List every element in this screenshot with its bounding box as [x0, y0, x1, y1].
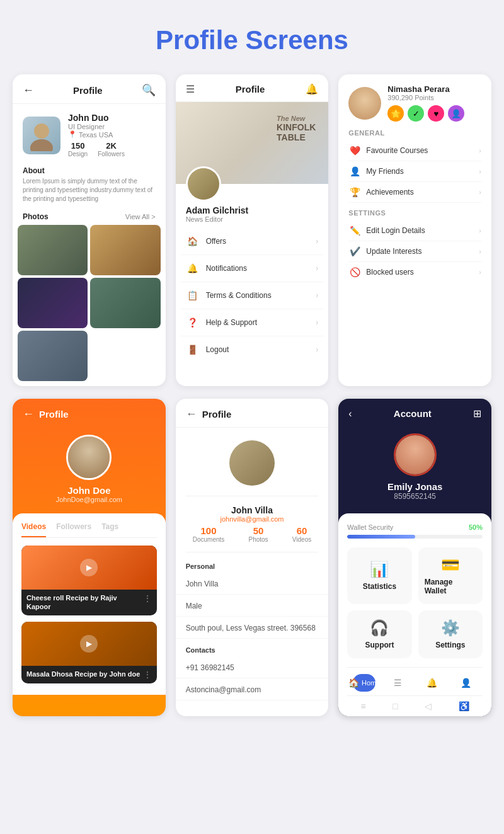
user-name: Adam Gilchrist: [186, 205, 319, 215]
general-section-title: GENERAL: [348, 129, 481, 137]
grid-icon[interactable]: ⊞: [473, 408, 481, 420]
video-card-1: ▶ Cheese roll Recipe by Rajiv Kapoor ⋮: [21, 546, 157, 615]
grid-manage-wallet[interactable]: 💳 Manage Wallet: [418, 547, 483, 604]
menu-item-help[interactable]: ❓ Help & Support ›: [181, 309, 324, 336]
bell-icon[interactable]: 🔔: [306, 83, 318, 95]
settings-item-favourites[interactable]: ❤️ Favourite Courses ›: [348, 140, 481, 161]
chevron-icon: ›: [316, 318, 318, 327]
avatar-fill: [188, 168, 219, 200]
page-title: Profile Screens: [13, 25, 491, 55]
card-profile-form: ← Profile John Villa johnvilla@gmail.com…: [176, 399, 329, 716]
terms-icon: 📋: [186, 288, 200, 302]
photos-title: Photos: [23, 212, 49, 221]
bottom-row: ← Profile John Doe JohnDoe@gmail.com Vid…: [0, 399, 504, 729]
svg-point-1: [30, 139, 53, 151]
nav-home[interactable]: 🏠 Home: [353, 674, 375, 692]
grid-settings[interactable]: ⚙️ Settings: [418, 610, 483, 658]
settings-item-friends[interactable]: 👤 My Friends ›: [348, 161, 481, 182]
bottom-square-icon[interactable]: □: [392, 701, 398, 711]
photo-2: [90, 225, 160, 275]
wallet-progress-bar: [347, 535, 483, 539]
svg-point-0: [34, 123, 49, 139]
card-profile-menu: ☰ Profile 🔔 The New KINFOLK TABLE Adam G…: [176, 74, 329, 386]
nav-bell[interactable]: 🔔: [420, 674, 443, 692]
bottom-accessibility-icon[interactable]: ♿: [459, 701, 469, 711]
card6-title: Account: [394, 408, 432, 419]
card5-header: ← Profile: [176, 399, 329, 428]
chevron-icon: ›: [316, 291, 318, 300]
settings-icon: ⚙️: [441, 619, 460, 637]
back-icon[interactable]: ←: [23, 408, 34, 421]
tab-followers[interactable]: Followers: [56, 522, 91, 537]
card5-avatar-section: [176, 428, 329, 496]
user-location: 📍 Texas USA: [68, 130, 125, 139]
card1-about: About Lorem Ipsum is simply dummy text o…: [13, 164, 166, 208]
friends-icon: 👤: [348, 166, 361, 176]
card2-avatar: [186, 166, 221, 202]
settings-item-interests[interactable]: ✔️ Update Interests ›: [348, 241, 481, 262]
settings-item-blocked[interactable]: 🚫 Blocked users ›: [348, 262, 481, 282]
back-icon[interactable]: ←: [186, 408, 197, 421]
menu-item-notifications[interactable]: 🔔 Notifications ›: [181, 255, 324, 282]
video-thumbnail-2: ▶: [21, 622, 157, 666]
tab-tags[interactable]: Tags: [101, 522, 118, 537]
play-button-1[interactable]: ▶: [80, 559, 98, 576]
cover-text: The New KINFOLK TABLE: [277, 115, 316, 142]
video-title-1: Cheese roll Recipe by Rajiv Kapoor: [26, 593, 143, 612]
top-row: ← Profile 🔍 John Duo UI Designer 📍: [0, 74, 504, 399]
settings-item-login[interactable]: ✏️ Edit Login Details ›: [348, 220, 481, 241]
badge-pink: ♥: [428, 105, 444, 122]
more-options-icon[interactable]: ⋮: [143, 593, 152, 603]
card-account-dark: ‹ Account ⊞ Emily Jonas 8595652145 Walle…: [338, 399, 491, 716]
bottom-back-icon[interactable]: ◁: [425, 701, 432, 711]
manage-wallet-label: Manage Wallet: [425, 578, 476, 595]
stat-documents: 100 Documents: [193, 525, 225, 543]
card6-user-name: Emily Jonas: [387, 481, 443, 492]
card6-avatar-section: Emily Jonas 8595652145: [338, 427, 491, 513]
hamburger-icon[interactable]: ☰: [186, 83, 195, 95]
nav-user[interactable]: 👤: [454, 674, 477, 692]
view-all-link[interactable]: View All >: [125, 213, 156, 220]
chevron-icon: ›: [479, 188, 481, 196]
chevron-icon: ›: [479, 168, 481, 175]
grid-support[interactable]: 🎧 Support: [347, 610, 411, 658]
card5-stats: 100 Documents 50 Photos 60 Videos: [176, 525, 329, 552]
settings-section-title: SETTINGS: [348, 209, 481, 217]
tab-videos[interactable]: Videos: [21, 522, 46, 537]
bottom-menu-icon[interactable]: ≡: [361, 701, 366, 711]
card5-user-name: John Villa: [186, 505, 319, 515]
menu-item-offers[interactable]: 🏠 Offers ›: [181, 228, 324, 255]
card3-user-info: Nimasha Perara 390,290 Points 🌟 ✓ ♥ 👤: [387, 84, 464, 122]
video-thumbnail-1: ▶: [21, 546, 157, 590]
menu-item-logout[interactable]: 🚪 Logout ›: [181, 336, 324, 363]
divider2: [186, 552, 319, 552]
design-stat: 150 Design: [68, 141, 88, 157]
back-icon[interactable]: ‹: [348, 408, 352, 420]
card1-title: Profile: [73, 85, 103, 96]
card1-avatar: [23, 117, 60, 154]
search-icon[interactable]: 🔍: [142, 83, 156, 97]
chevron-icon: ›: [479, 227, 481, 234]
chevron-icon: ›: [479, 268, 481, 276]
card6-bottom-nav: ≡ □ ◁ ♿: [347, 695, 483, 716]
card3-avatar: [348, 87, 381, 120]
more-options-icon[interactable]: ⋮: [143, 670, 152, 680]
back-icon[interactable]: ←: [23, 84, 34, 97]
card2-user-info: Adam Gilchrist News Editor: [176, 202, 329, 228]
video-card-2: ▶ Masala Dhosa Recipe by John doe ⋮: [21, 622, 157, 683]
card4-user-name: John Doe: [67, 485, 110, 496]
user-display: John Villa johnvilla@gmail.com: [176, 505, 329, 525]
card1-stats: 150 Design 2K Followers: [68, 141, 125, 157]
menu-item-terms[interactable]: 📋 Terms & Conditions ›: [181, 282, 324, 309]
grid-statistics[interactable]: 📊 Statistics: [347, 547, 411, 604]
badge-orange: 🌟: [387, 105, 404, 122]
statistics-icon: 📊: [370, 561, 389, 578]
settings-item-achievements[interactable]: 🏆 Achievements ›: [348, 182, 481, 203]
photo-3: [18, 278, 88, 328]
nav-list[interactable]: ☰: [387, 674, 410, 692]
card5-user-email: johnvilla@gmail.com: [186, 515, 319, 523]
notifications-icon: 🔔: [186, 261, 200, 275]
offers-icon: 🏠: [186, 234, 200, 248]
play-button-2[interactable]: ▶: [80, 635, 98, 653]
card4-tabs: Videos Followers Tags: [21, 522, 157, 538]
